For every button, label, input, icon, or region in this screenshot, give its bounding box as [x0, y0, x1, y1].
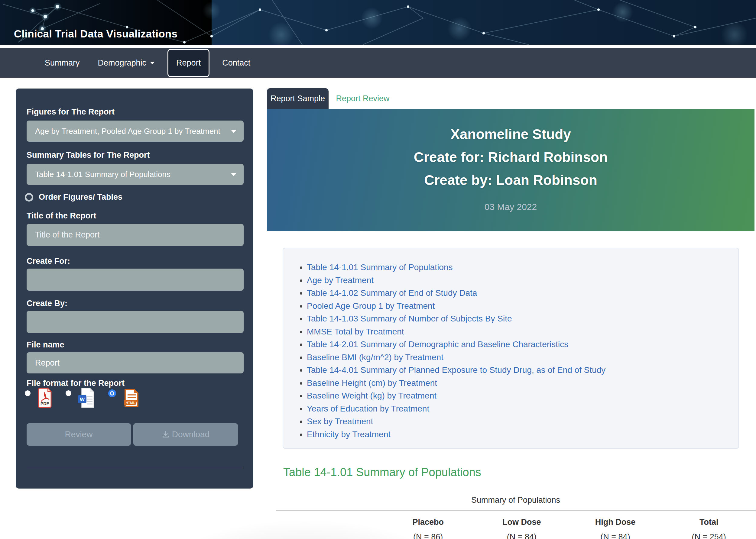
toc-link[interactable]: Years of Education by Treatment [307, 404, 429, 413]
list-item: Table 14-2.01 Summary of Demographic and… [307, 338, 726, 351]
html-radio[interactable] [108, 389, 116, 397]
file-format-label: File format for the Report [27, 379, 125, 388]
tab-report-review[interactable]: Report Review [329, 88, 397, 109]
word-radio[interactable] [66, 390, 71, 396]
app-header: Clinical Trial Data Visualizations [0, 0, 756, 45]
toc-link[interactable]: Baseline Weight (kg) by Treatment [307, 391, 437, 400]
review-button[interactable]: Review [27, 423, 131, 446]
column-header: Total [662, 511, 756, 527]
toc-link[interactable]: Baseline Height (cm) by Treatment [307, 378, 437, 388]
column-header: Low Dose [475, 511, 569, 527]
table-caption: Summary of Populations [276, 496, 756, 510]
n-value: (N = 84) [569, 527, 662, 539]
list-item: Ethnicity by Treatment [307, 428, 726, 441]
report-contents-list: Table 14-1.01 Summary of Populations Age… [307, 261, 726, 441]
report-title-label: Title of the Report [27, 211, 96, 221]
svg-text:PDF: PDF [41, 401, 49, 406]
toc-link[interactable]: Baseline BMI (kg/m^2) by Treatment [307, 352, 444, 362]
list-item: MMSE Total by Treatment [307, 325, 726, 339]
list-item: Pooled Age Group 1 by Treatment [307, 300, 726, 313]
list-item: Table 14-1.03 Summary of Number of Subje… [307, 312, 726, 325]
create-for-input[interactable] [27, 269, 244, 291]
list-item: Sex by Treatment [307, 415, 726, 428]
pdf-icon: PDF [37, 388, 52, 409]
column-header: Placebo [381, 511, 475, 527]
svg-text:HTML: HTML [126, 401, 135, 405]
create-for-label: Create For: [27, 257, 70, 266]
toc-link[interactable]: Sex by Treatment [307, 417, 373, 426]
table-n-row: (N = 86) (N = 84) (N = 84) (N = 254) [276, 527, 756, 539]
select-caret-icon [231, 173, 236, 176]
summary-of-populations-table: Summary of Populations Placebo Low Dose … [276, 496, 756, 539]
report-options-panel: Figures for The Report Age by Treatment,… [16, 89, 253, 489]
order-toggle-label: Order Figures/ Tables [39, 193, 123, 202]
create-for-line: Create for: Richard Robinson [267, 146, 754, 169]
nav-item-contact[interactable]: Contact [213, 48, 259, 78]
toc-link[interactable]: MMSE Total by Treatment [307, 327, 404, 336]
html-icon: HTML [123, 388, 140, 409]
table-header-row: Placebo Low Dose High Dose Total [276, 511, 756, 527]
report-title-input[interactable] [27, 224, 244, 246]
list-item: Baseline Weight (kg) by Treatment [307, 389, 726, 403]
file-name-label: File name [27, 340, 64, 349]
n-value: (N = 84) [475, 527, 569, 539]
file-format-radio-group: PDF W [25, 388, 153, 410]
table-stub-cell [276, 511, 381, 527]
nav-item-summary[interactable]: Summary [36, 48, 89, 78]
download-button[interactable]: Download [133, 423, 238, 446]
n-value: (N = 86) [381, 527, 475, 539]
nav-item-report[interactable]: Report [167, 49, 210, 77]
n-value: (N = 254) [662, 527, 756, 539]
file-name-input[interactable] [27, 352, 244, 373]
toc-link[interactable]: Ethnicity by Treatment [307, 429, 390, 439]
list-item: Table 14-1.02 Summary of End of Study Da… [307, 287, 726, 300]
toc-link[interactable]: Table 14-2.01 Summary of Demographic and… [307, 340, 568, 349]
report-cover-banner: Xanomeline Study Create for: Richard Rob… [267, 109, 754, 231]
toc-link[interactable]: Pooled Age Group 1 by Treatment [307, 301, 435, 311]
create-by-line: Create by: Loan Robinson [267, 169, 754, 192]
app-title: Clinical Trial Data Visualizations [14, 28, 177, 40]
order-figures-tables-toggle[interactable]: Order Figures/ Tables [25, 193, 123, 202]
list-item: Age by Treatment [307, 274, 726, 287]
toc-link[interactable]: Table 14-1.03 Summary of Number of Subje… [307, 314, 512, 323]
nav-item-demographic[interactable]: Demographic [89, 48, 164, 78]
column-header: High Dose [569, 511, 662, 527]
list-item: Baseline Height (cm) by Treatment [307, 377, 726, 390]
report-contents-box: Table 14-1.01 Summary of Populations Age… [283, 248, 739, 449]
section-title: Table 14-1.01 Summary of Populations [283, 466, 481, 479]
main-navbar: Summary Demographic Report Contact [0, 48, 756, 78]
list-item: Baseline BMI (kg/m^2) by Treatment [307, 351, 726, 364]
svg-text:W: W [80, 397, 85, 403]
list-item: Table 14-4.01 Summary of Planned Exposur… [307, 364, 726, 377]
word-icon: W [78, 388, 95, 409]
table-stub-cell [276, 527, 381, 539]
tab-report-sample[interactable]: Report Sample [267, 88, 329, 109]
report-date: 03 May 2022 [267, 202, 754, 212]
figures-select[interactable]: Age by Treatment, Pooled Age Group 1 by … [27, 120, 244, 142]
list-item: Years of Education by Treatment [307, 403, 726, 416]
create-by-label: Create By: [27, 299, 67, 308]
summary-tables-label: Summary Tables for The Report [27, 150, 150, 160]
caret-down-icon [150, 62, 155, 64]
study-title: Xanomeline Study [267, 123, 754, 146]
toc-link[interactable]: Table 14-1.01 Summary of Populations [307, 263, 453, 272]
download-icon [162, 430, 170, 438]
select-caret-icon [231, 130, 236, 133]
pdf-radio[interactable] [25, 390, 31, 396]
figures-label: Figures for The Report [27, 107, 115, 116]
page: Clinical Trial Data Visualizations Summa… [0, 0, 756, 539]
list-item: Table 14-1.01 Summary of Populations [307, 261, 726, 274]
toc-link[interactable]: Table 14-1.02 Summary of End of Study Da… [307, 288, 477, 298]
toc-link[interactable]: Table 14-4.01 Summary of Planned Exposur… [307, 365, 606, 375]
order-toggle-circle-icon[interactable] [25, 193, 33, 201]
create-by-input[interactable] [27, 311, 244, 333]
toc-link[interactable]: Age by Treatment [307, 275, 374, 285]
summary-tables-select[interactable]: Table 14-1.01 Summary of Populations [27, 164, 244, 185]
panel-divider [27, 468, 244, 468]
